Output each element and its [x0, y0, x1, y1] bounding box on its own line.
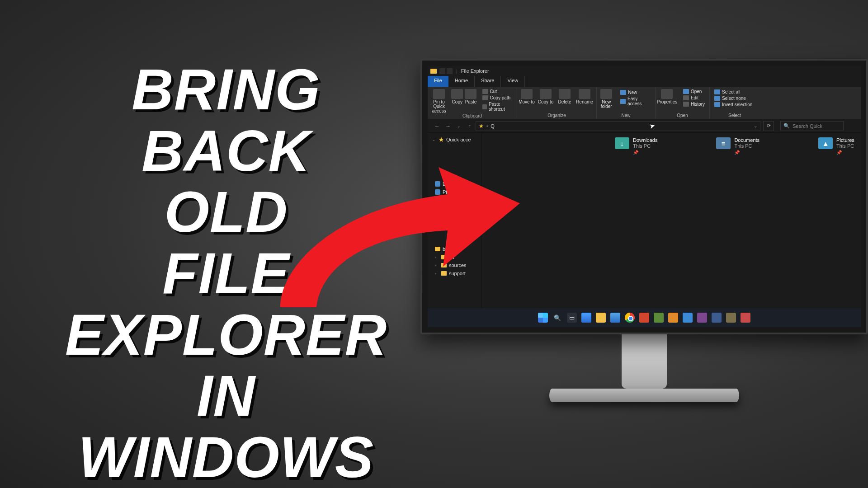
headline-line-2: OLD — [54, 181, 398, 243]
new-item-icon — [620, 90, 626, 95]
pin-icon: 📌 — [734, 150, 760, 155]
widgets-button[interactable] — [581, 313, 591, 323]
taskbar-edge[interactable] — [610, 313, 620, 323]
history-icon — [683, 102, 689, 107]
history-button[interactable]: History — [681, 101, 707, 107]
back-button[interactable]: ← — [432, 121, 442, 131]
tree-support[interactable]: ›support — [428, 269, 481, 277]
copy-to-button[interactable]: Copy to — [536, 87, 555, 104]
star-icon — [439, 137, 444, 142]
recent-locations-button[interactable]: ⌄ — [454, 121, 464, 131]
ribbon-group-new: New folder New Easy access New — [597, 87, 656, 119]
tree-efi[interactable]: ›efi — [428, 253, 481, 261]
tab-file[interactable]: File — [428, 76, 448, 87]
taskbar-app-6[interactable] — [712, 313, 722, 323]
tree-documents[interactable]: Documents — [428, 180, 481, 188]
tree-pictures[interactable]: Pictures — [428, 188, 481, 196]
pictures-icon — [435, 189, 440, 195]
explorer-body: ⌄Quick acce Documents Pictures ›On boot … — [428, 133, 861, 314]
paste-shortcut-button[interactable]: Paste shortcut — [481, 101, 514, 112]
documents-icon — [435, 181, 440, 187]
tab-share[interactable]: Share — [475, 76, 501, 87]
folder-icon — [435, 247, 440, 251]
new-item-button[interactable]: New — [618, 89, 652, 95]
tree-boot[interactable]: boot — [428, 245, 481, 253]
copy-icon — [451, 89, 463, 99]
monitor-bezel: | File Explorer File Home Share View — [420, 59, 868, 334]
pin-icon: 📌 — [633, 150, 657, 155]
properties-icon — [661, 89, 673, 99]
edit-button[interactable]: Edit — [681, 95, 707, 101]
taskbar-file-explorer[interactable] — [596, 313, 606, 323]
pictures-icon: ▲ — [818, 137, 833, 149]
taskbar-app-3[interactable] — [668, 313, 678, 323]
monitor-stand-base — [549, 389, 739, 402]
path-icon — [482, 95, 488, 100]
refresh-button[interactable]: ⟳ — [763, 121, 774, 131]
copyto-icon — [540, 89, 552, 99]
documents-icon: ≡ — [716, 137, 731, 149]
rename-button[interactable]: Rename — [574, 87, 595, 104]
file-explorer-titlebar[interactable]: | File Explorer — [428, 66, 861, 76]
pin-to-quick-access-button[interactable]: Pin to Quick access — [428, 87, 450, 113]
group-label-new: New — [597, 113, 655, 119]
forward-button[interactable]: → — [443, 121, 453, 131]
headline-line-3: FILE — [54, 243, 398, 304]
pin-icon — [433, 89, 445, 99]
qat-button-2[interactable] — [447, 68, 453, 74]
taskbar-app-4[interactable] — [683, 313, 693, 323]
move-to-button[interactable]: Move to — [517, 87, 536, 104]
paste-button[interactable]: Paste — [464, 87, 477, 113]
taskbar: 🔍 ▭ — [428, 308, 861, 327]
item-documents[interactable]: ≡ DocumentsThis PC📌 — [716, 137, 760, 309]
easy-access-button[interactable]: Easy access — [618, 96, 652, 107]
properties-button[interactable]: Properties — [656, 87, 679, 108]
search-icon: 🔍 — [783, 123, 790, 129]
group-label-organize: Organize — [517, 113, 596, 119]
taskbar-app-7[interactable] — [726, 313, 736, 323]
address-dropdown-icon[interactable]: ⌄ — [754, 123, 757, 128]
item-downloads[interactable]: ↓ DownloadsThis PC📌 — [615, 137, 657, 309]
cut-button[interactable]: Cut — [481, 89, 514, 94]
delete-icon — [559, 89, 571, 99]
qat-button-1[interactable] — [439, 68, 445, 74]
rename-icon — [579, 89, 590, 99]
ribbon-group-open: Properties Open Edit History Open — [656, 87, 710, 119]
ribbon-group-organize: Move to Copy to Delete Rename Organize — [517, 87, 597, 119]
select-none-icon — [714, 96, 720, 101]
tree-quick-access[interactable]: ⌄Quick acce — [428, 136, 481, 144]
search-placeholder: Search Quick — [793, 123, 822, 129]
tab-home[interactable]: Home — [448, 76, 475, 87]
task-view-button[interactable]: ▭ — [567, 313, 577, 323]
monitor-screen: | File Explorer File Home Share View — [428, 66, 861, 327]
taskbar-search-button[interactable]: 🔍 — [552, 313, 562, 323]
item-pictures[interactable]: ▲ PicturesThis PC📌 — [818, 137, 854, 309]
open-button[interactable]: Open — [681, 89, 707, 94]
downloads-icon: ↓ — [615, 137, 629, 149]
tree-onedrive[interactable]: ›On — [428, 201, 481, 209]
invert-selection-button[interactable]: Invert selection — [712, 102, 757, 108]
delete-button[interactable]: Delete — [555, 87, 574, 104]
chevron-right-icon: › — [486, 123, 488, 128]
copy-path-button[interactable]: Copy path — [481, 95, 514, 101]
taskbar-app-2[interactable] — [654, 313, 664, 323]
up-button[interactable]: ↑ — [465, 121, 475, 131]
select-none-button[interactable]: Select none — [712, 95, 757, 101]
tree-sources[interactable]: ›sources — [428, 261, 481, 269]
navigation-bar: ← → ⌄ ↑ ★ › Q ⌄ ⟳ 🔍 Search Quick — [428, 119, 861, 133]
quick-access-toolbar — [439, 68, 453, 74]
taskbar-app-5[interactable] — [697, 313, 707, 323]
select-all-button[interactable]: Select all — [712, 89, 757, 95]
easy-access-icon — [620, 99, 626, 104]
tab-view[interactable]: View — [501, 76, 525, 87]
start-button[interactable] — [538, 313, 548, 323]
taskbar-app-8[interactable] — [741, 313, 750, 323]
title-separator: | — [456, 68, 458, 74]
headline-line-6: WINDOWS 11 — [54, 427, 398, 488]
copy-button[interactable]: Copy — [450, 87, 464, 113]
new-folder-button[interactable]: New folder — [597, 87, 616, 109]
taskbar-chrome[interactable] — [625, 313, 635, 323]
taskbar-app-1[interactable] — [639, 313, 649, 323]
search-input[interactable]: 🔍 Search Quick — [780, 121, 844, 131]
address-bar[interactable]: ★ › Q ⌄ — [476, 121, 760, 131]
